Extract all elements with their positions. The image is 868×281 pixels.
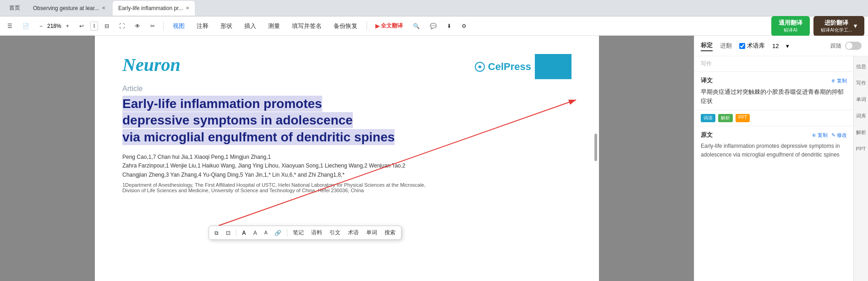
term-count: 12 [772, 43, 779, 49]
original-section: 原文 ⊕ 复制 ✎ 修改 Early-life inflammation pro… [694, 126, 853, 164]
zoom-out-button[interactable]: − [36, 21, 46, 31]
quick-actions: 词语 解析 PPT [694, 110, 853, 126]
toggle-label: 跟随 [830, 42, 841, 50]
menu-shapes[interactable]: 形状 [216, 20, 237, 32]
authors: Peng Cao,1,7 Chan hui Jia,1 Xiaoqi Peng,… [122, 153, 571, 179]
toolbar: ☰ 📄 − 218% + ↩ I ⊟ ⛶ 👁 ✂ 视图 注释 形状 插入 测量 … [0, 16, 868, 36]
toggle-knob [846, 43, 852, 49]
tab-standard[interactable]: 标定 [701, 40, 713, 51]
close-icon[interactable]: ✕ [102, 5, 105, 11]
tab-gesture[interactable]: Observing gesture at lear... ✕ [27, 1, 111, 16]
search-btn[interactable]: 搜索 [383, 228, 397, 238]
chevron-down-icon[interactable]: ▾ [786, 43, 789, 49]
article-label: Article [122, 85, 571, 93]
menu-annotate[interactable]: 注释 [192, 20, 213, 32]
translation-label: 译文 [701, 76, 713, 85]
eye-button[interactable]: 👁 [131, 21, 144, 31]
paste-icon-btn[interactable]: ⊡ [224, 229, 232, 237]
sidebar-toggle-button[interactable]: ☰ [4, 21, 16, 31]
separator2 [287, 229, 287, 237]
menu-backup[interactable]: 备份恢复 [329, 20, 362, 32]
scissors-button[interactable]: ✂ [147, 21, 159, 31]
comment-button[interactable]: 💬 [426, 21, 440, 31]
tab-home-label: 首页 [9, 4, 20, 12]
article-title: Early-life inflammation promotes depress… [122, 96, 395, 145]
tab-advanced[interactable]: 进翻 [720, 41, 732, 51]
translation-section: 译文 ⊕ 复制 早期炎症通过对突触棘的小胶质吞噬促进青春期的抑郁症状 [694, 72, 853, 110]
panel-content: 写作 译文 ⊕ 复制 早期炎症通过对突触棘的小胶质吞噬促进青春期的抑郁症状 词语 [694, 56, 853, 281]
copy-icon-btn[interactable]: ⧉ [213, 229, 220, 237]
undo-button[interactable]: ↩ [76, 21, 88, 31]
menu-view[interactable]: 视图 [168, 20, 189, 32]
ppt-icon[interactable]: PPT [855, 142, 868, 155]
text-format-a-btn[interactable]: A [240, 229, 248, 237]
tab-home[interactable]: 首页 [4, 1, 26, 16]
term-btn[interactable]: 术语 [346, 228, 361, 238]
chevron-down-icon: ▾ [854, 22, 857, 29]
zoom-in-button[interactable]: + [62, 21, 73, 31]
link-btn[interactable]: 🔗 [273, 229, 283, 237]
scroll-indicator [594, 134, 597, 161]
translate-area: 通用翻译 鲸译AI 进阶翻译 鲸译AI化学工... ▾ [771, 16, 864, 36]
translation-header: 译文 ⊕ 复制 [701, 76, 847, 85]
menu-insert[interactable]: 插入 [240, 20, 261, 32]
quick-analyze-badge[interactable]: 解析 [718, 114, 733, 122]
zoom-control: − 218% + [36, 21, 73, 31]
cellpress-logo: CelPress [474, 61, 531, 73]
browser-chrome: 首页 Observing gesture at lear... ✕ Early-… [0, 0, 868, 16]
open-file-button[interactable]: 📄 [19, 21, 33, 31]
copy-translation-button[interactable]: ⊕ 复制 [831, 77, 847, 84]
close-icon[interactable]: ✕ [186, 5, 189, 11]
cellpress-icon [474, 61, 485, 72]
original-header: 原文 ⊕ 复制 ✎ 修改 [701, 131, 847, 139]
main-layout: Neuron CelPress Article Early-life infla… [0, 36, 868, 281]
panel-options: 跟随 [830, 42, 862, 50]
pdf-viewer[interactable]: Neuron CelPress Article Early-life infla… [0, 36, 694, 281]
zoom-value: 218% [47, 23, 61, 29]
search-button[interactable]: 🔍 [409, 21, 423, 31]
vocab-icon[interactable]: 词库 [855, 109, 868, 122]
panel-tabs: 标定 进翻 术语库 12 ▾ [701, 40, 789, 51]
menu-fill-sign[interactable]: 填写并签名 [287, 20, 326, 32]
quick-translate-badge[interactable]: 词语 [701, 114, 715, 122]
tab-inflammation-label: Early-life inflammation pr... [118, 5, 183, 11]
separator [163, 22, 164, 31]
note-btn[interactable]: 笔记 [291, 228, 306, 238]
modify-button[interactable]: ✎ 修改 [831, 132, 847, 139]
info-icon[interactable]: 信息 [855, 60, 868, 73]
separator2 [367, 22, 367, 31]
follow-toggle[interactable] [845, 42, 862, 50]
action-buttons: ⊕ 复制 ✎ 修改 [812, 132, 847, 139]
general-translate-button[interactable]: 通用翻译 鲸译AI [771, 16, 810, 36]
original-text: Early-life inflammation promotes depress… [701, 142, 847, 159]
write-icon[interactable]: 写作 [855, 76, 868, 89]
translate-all-button[interactable]: ▶ 全文翻译 [372, 20, 407, 32]
text-format-a2-btn[interactable]: A [252, 229, 259, 237]
text-tool-button[interactable]: I [90, 22, 98, 31]
language-btn[interactable]: 语料 [309, 228, 324, 238]
citation-btn[interactable]: 引文 [328, 228, 342, 238]
term-library-checkbox[interactable]: 术语库 [739, 42, 765, 50]
tab-inflammation[interactable]: Early-life inflammation pr... ✕ [113, 1, 195, 16]
settings-button[interactable]: ⚙ [458, 21, 470, 31]
download-button[interactable]: ⬇ [443, 21, 455, 31]
fullscreen-button[interactable]: ⛶ [115, 21, 128, 31]
text-small-btn[interactable]: A [263, 229, 269, 236]
pdf-page: Neuron CelPress Article Early-life infla… [95, 36, 599, 281]
copy-original-button[interactable]: ⊕ 复制 [812, 132, 828, 139]
word-icon[interactable]: 单词 [855, 93, 868, 106]
translated-text: 早期炎症通过对突触棘的小胶质吞噬促进青春期的抑郁症状 [701, 87, 847, 105]
word-btn[interactable]: 单词 [364, 228, 379, 238]
panel-body: 写作 译文 ⊕ 复制 早期炎症通过对突触棘的小胶质吞噬促进青春期的抑郁症状 词语 [694, 56, 868, 281]
parse-icon[interactable]: 解析 [855, 126, 868, 139]
split-view-button[interactable]: ⊟ [101, 21, 113, 31]
text-selection-toolbar[interactable]: ⧉ ⊡ A A A 🔗 笔记 语料 引文 术语 单词 搜索 [209, 226, 401, 240]
menu-measure[interactable]: 测量 [264, 20, 285, 32]
panel-header: 标定 进翻 术语库 12 ▾ 跟随 [694, 36, 868, 56]
right-panel: 标定 进翻 术语库 12 ▾ 跟随 写作 [694, 36, 868, 281]
quick-ppt-badge[interactable]: PPT [736, 114, 750, 122]
advanced-translate-button[interactable]: 进阶翻译 鲸译AI化学工... ▾ [813, 16, 864, 36]
original-label: 原文 [701, 131, 713, 139]
write-area: 写作 [694, 56, 853, 72]
affiliation: 1Department of Anesthesiology, The First… [122, 182, 571, 193]
